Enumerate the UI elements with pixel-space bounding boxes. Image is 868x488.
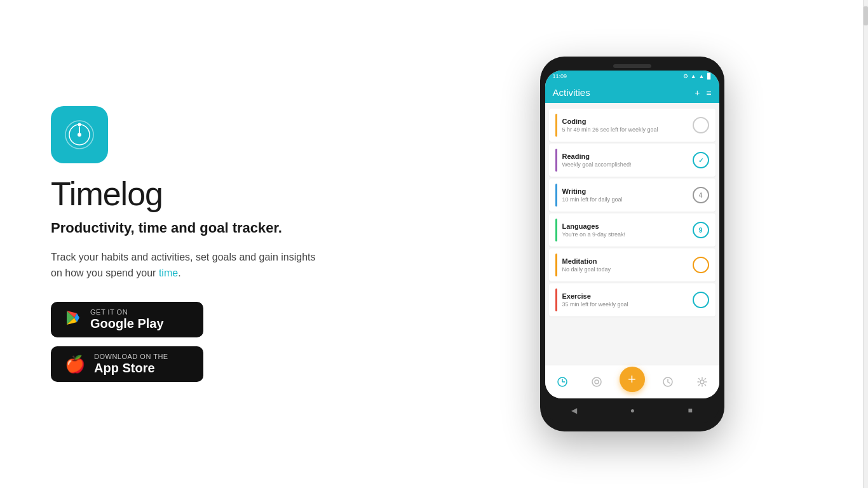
settings-icon: ⚙ <box>683 73 688 79</box>
app-bar: Activities + ≡ <box>545 82 719 103</box>
svg-point-13 <box>595 380 599 384</box>
coding-color-bar <box>555 114 557 137</box>
meditation-color-bar <box>555 254 557 276</box>
coding-sub: 5 hr 49 min 26 sec left for weekly goal <box>562 126 688 133</box>
android-nav-bar: ◀ ● ■ <box>545 398 719 423</box>
left-section: Timelog Productivity, time and goal trac… <box>51 106 447 382</box>
writing-sub: 10 min left for daily goal <box>562 196 688 203</box>
nav-insights[interactable] <box>585 370 608 393</box>
languages-sub: You're on a 9-day streak! <box>562 231 688 238</box>
svg-point-4 <box>78 133 81 137</box>
languages-info: Languages You're on a 9-day streak! <box>562 222 688 238</box>
app-bar-title: Activities <box>553 87 590 98</box>
phone-screen: 11:09 ⚙ ▲ ▲ ▊ Activities + ≡ <box>545 71 719 398</box>
page-wrapper: Timelog Productivity, time and goal trac… <box>0 0 868 488</box>
scrollbar-thumb[interactable] <box>864 6 868 25</box>
activity-item-reading[interactable]: Reading Weekly goal accomplished! ✓ <box>549 144 715 177</box>
fab-button[interactable]: + <box>620 367 645 392</box>
add-icon[interactable]: + <box>695 88 700 98</box>
battery-icon: ▊ <box>707 73 712 79</box>
svg-point-15 <box>700 380 704 384</box>
svg-point-2 <box>78 123 81 126</box>
reading-name: Reading <box>562 152 688 160</box>
writing-name: Writing <box>562 187 688 195</box>
status-bar: 11:09 ⚙ ▲ ▲ ▊ <box>545 71 719 82</box>
exercise-info: Exercise 35 min left for weekly goal <box>562 292 688 308</box>
activity-item-coding[interactable]: Coding 5 hr 49 min 26 sec left for weekl… <box>549 109 715 142</box>
app-tagline: Productivity, time and goal tracker. <box>51 219 305 238</box>
app-description: Track your habits and activities, set go… <box>51 249 318 281</box>
status-time: 11:09 <box>553 73 567 79</box>
exercise-badge[interactable] <box>693 292 709 308</box>
coding-info: Coding 5 hr 49 min 26 sec left for weekl… <box>562 118 688 133</box>
right-section: 11:09 ⚙ ▲ ▲ ▊ Activities + ≡ <box>447 57 817 431</box>
google-play-button[interactable]: GET IT ON Google Play <box>51 302 203 337</box>
app-store-button[interactable]: 🍎 Download on the App Store <box>51 346 203 382</box>
languages-badge[interactable]: 9 <box>693 222 709 238</box>
highlight-time: time <box>159 268 178 278</box>
meditation-badge[interactable] <box>693 257 709 273</box>
activity-item-exercise[interactable]: Exercise 35 min left for weekly goal <box>549 283 715 316</box>
app-icon <box>51 106 108 163</box>
app-title: Timelog <box>51 175 421 213</box>
meditation-sub: No daily goal today <box>562 266 688 273</box>
meditation-name: Meditation <box>562 257 688 265</box>
reading-color-bar <box>555 149 557 172</box>
google-play-sub: GET IT ON <box>90 308 164 316</box>
app-store-text: Download on the App Store <box>94 353 168 376</box>
writing-info: Writing 10 min left for daily goal <box>562 187 688 203</box>
activity-item-languages[interactable]: Languages You're on a 9-day streak! 9 <box>549 214 715 247</box>
home-button[interactable]: ● <box>630 406 635 415</box>
signal-icon: ▲ <box>691 73 696 79</box>
meditation-info: Meditation No daily goal today <box>562 257 688 273</box>
activity-list: Coding 5 hr 49 min 26 sec left for weekl… <box>545 103 719 365</box>
google-play-main: Google Play <box>90 316 164 331</box>
nav-history[interactable] <box>656 370 679 393</box>
writing-badge[interactable]: 4 <box>693 187 709 203</box>
google-play-icon <box>65 309 81 329</box>
reading-info: Reading Weekly goal accomplished! <box>562 152 688 168</box>
reading-badge[interactable]: ✓ <box>693 152 709 168</box>
reading-sub: Weekly goal accomplished! <box>562 161 688 168</box>
languages-name: Languages <box>562 222 688 230</box>
wifi-icon: ▲ <box>699 73 705 79</box>
coding-name: Coding <box>562 118 688 125</box>
back-button[interactable]: ◀ <box>571 406 577 415</box>
exercise-sub: 35 min left for weekly goal <box>562 301 688 308</box>
languages-color-bar <box>555 219 557 241</box>
phone-speaker <box>613 64 651 68</box>
exercise-name: Exercise <box>562 292 688 300</box>
nav-settings[interactable] <box>691 370 714 393</box>
filter-icon[interactable]: ≡ <box>706 88 711 98</box>
scrollbar[interactable] <box>863 0 868 488</box>
apple-icon: 🍎 <box>65 356 85 372</box>
app-store-main: App Store <box>94 360 168 376</box>
google-play-text: GET IT ON Google Play <box>90 308 164 331</box>
phone-frame: 11:09 ⚙ ▲ ▲ ▊ Activities + ≡ <box>540 57 724 431</box>
writing-color-bar <box>555 184 557 207</box>
exercise-color-bar <box>555 288 557 311</box>
phone-notch <box>545 64 719 68</box>
store-buttons: GET IT ON Google Play 🍎 Download on the … <box>51 302 421 382</box>
nav-activities[interactable] <box>551 370 574 393</box>
app-bar-actions: + ≡ <box>695 88 711 98</box>
activity-item-meditation[interactable]: Meditation No daily goal today <box>549 248 715 281</box>
activity-item-writing[interactable]: Writing 10 min left for daily goal 4 <box>549 179 715 212</box>
svg-point-12 <box>592 377 601 386</box>
recents-button[interactable]: ■ <box>688 406 693 415</box>
app-store-sub: Download on the <box>94 353 168 360</box>
bottom-nav: + <box>545 365 719 398</box>
status-icons: ⚙ ▲ ▲ ▊ <box>683 73 712 79</box>
coding-badge[interactable] <box>693 117 709 133</box>
